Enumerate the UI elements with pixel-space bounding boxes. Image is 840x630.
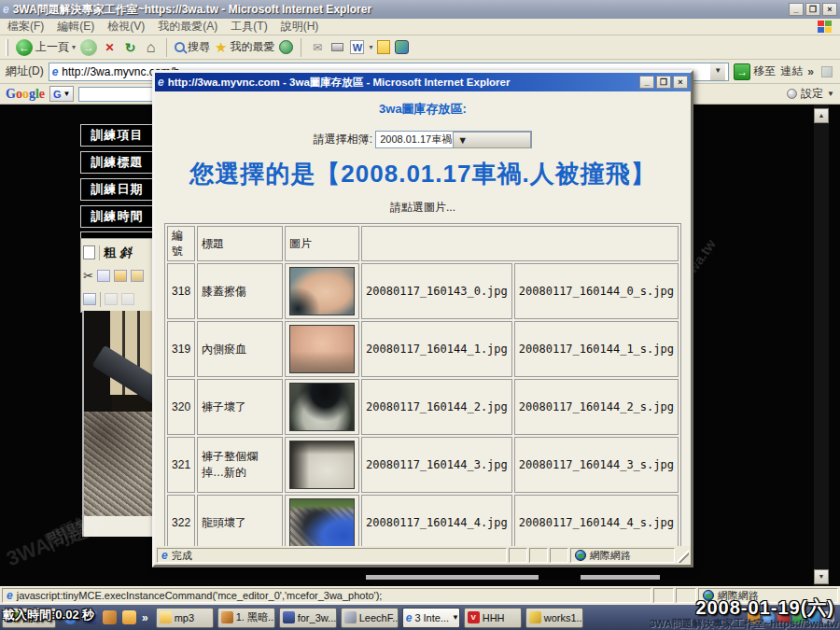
table-cell-icon[interactable] bbox=[121, 293, 134, 305]
snapshot-icon[interactable] bbox=[819, 63, 834, 79]
links-label[interactable]: 連結 bbox=[780, 63, 803, 79]
task-button-ie-group[interactable]: e 3 Inte... ▼ bbox=[402, 608, 460, 628]
cut-icon[interactable]: ✂ bbox=[83, 269, 93, 283]
thumbnail-image[interactable] bbox=[289, 267, 355, 315]
table-edit-icon[interactable] bbox=[83, 293, 96, 305]
favorites-button[interactable]: ★ 我的最愛 bbox=[215, 39, 274, 56]
history-icon[interactable] bbox=[279, 40, 293, 54]
italic-button[interactable]: 斜 bbox=[119, 245, 132, 261]
album-dropdown-icon[interactable]: ▼ bbox=[453, 132, 531, 148]
ie-task-icon: e bbox=[406, 611, 413, 624]
quicklaunch-chevron-icon[interactable]: » bbox=[142, 611, 148, 624]
menu-favorites[interactable]: 我的最愛(A) bbox=[158, 19, 217, 35]
task-group-dropdown-icon: ▼ bbox=[452, 613, 459, 622]
task-button-mp3[interactable]: mp3 bbox=[156, 608, 214, 628]
thumbnail-image[interactable] bbox=[289, 325, 355, 373]
photo-filename-small[interactable]: 20080117_160144_4_s.jpg bbox=[514, 495, 679, 546]
back-dropdown-icon[interactable]: ▾ bbox=[72, 43, 76, 51]
go-button[interactable]: → 移至 bbox=[734, 63, 776, 80]
photo-title: 褲子整個爛掉…新的 bbox=[197, 437, 283, 493]
print-button[interactable] bbox=[329, 39, 345, 55]
toolbar-separator bbox=[166, 38, 167, 57]
mail-button[interactable]: ✉ bbox=[309, 39, 325, 55]
address-label: 網址(D) bbox=[6, 63, 44, 79]
copy-icon[interactable] bbox=[97, 270, 110, 282]
photo-filename[interactable]: 20080117_160144_3.jpg bbox=[361, 437, 512, 493]
refresh-button[interactable]: ↻ bbox=[122, 39, 138, 55]
popup-title-bar[interactable]: e http://3wa.myvnc.com - 3wa圖庫存放區 - Micr… bbox=[155, 73, 691, 91]
album-selected-value: 2008.01.17車禍.人被撞飛 bbox=[376, 133, 453, 147]
menu-tools[interactable]: 工具(T) bbox=[231, 19, 267, 35]
menu-help[interactable]: 說明(H) bbox=[281, 19, 319, 35]
photo-filename-small[interactable]: 20080117_160144_0_s.jpg bbox=[514, 263, 679, 319]
google-logo: Google bbox=[6, 87, 45, 102]
messenger-icon[interactable] bbox=[395, 40, 409, 54]
close-button[interactable]: × bbox=[822, 3, 837, 16]
task-button-for3w[interactable]: for_3w... bbox=[279, 608, 337, 628]
toolbar-grip[interactable] bbox=[6, 39, 8, 56]
task-button-dark[interactable]: 1. 黑暗... bbox=[217, 608, 275, 628]
photo-filename-small[interactable]: 20080117_160144_1_s.jpg bbox=[514, 321, 679, 377]
menu-edit[interactable]: 編輯(E) bbox=[57, 19, 94, 35]
sidebar-item-training-time[interactable]: 訓練時間 bbox=[80, 205, 154, 228]
scroll-up-icon[interactable]: ▲ bbox=[814, 108, 829, 123]
scroll-down-icon[interactable]: ▼ bbox=[814, 569, 829, 584]
back-button[interactable]: ← 上一頁 ▾ bbox=[16, 39, 76, 56]
edit-dropdown-icon[interactable]: ▾ bbox=[369, 43, 372, 51]
word-edit-button[interactable]: W bbox=[350, 40, 364, 54]
click-image-hint: 請點選圖片... bbox=[155, 200, 691, 216]
popup-minimize-button[interactable]: _ bbox=[639, 76, 654, 89]
menu-file[interactable]: 檔案(F) bbox=[7, 19, 44, 35]
photo-filename[interactable]: 20080117_160143_0.jpg bbox=[361, 263, 512, 319]
restore-button[interactable]: ❐ bbox=[805, 3, 820, 16]
photo-filename[interactable]: 20080117_160144_1.jpg bbox=[361, 321, 512, 377]
settings-label: 設定 bbox=[801, 86, 823, 102]
cube-icon bbox=[344, 611, 357, 623]
thumbnail-image[interactable] bbox=[289, 383, 355, 431]
popup-restore-button[interactable]: ❐ bbox=[656, 76, 671, 89]
quicklaunch-brush-icon[interactable] bbox=[103, 610, 117, 624]
popup-status-bar: e 完成 網際網路 bbox=[155, 546, 691, 565]
thumbnail-image[interactable] bbox=[289, 441, 355, 489]
paste-icon[interactable] bbox=[114, 270, 127, 282]
table-row-icon[interactable] bbox=[105, 293, 118, 305]
task-button-works1[interactable]: works1... bbox=[525, 608, 583, 628]
search-button[interactable]: 搜尋 bbox=[175, 39, 210, 55]
col-header-id: 編號 bbox=[167, 226, 195, 261]
thumbnail-image[interactable] bbox=[289, 498, 355, 546]
background-divider bbox=[581, 575, 660, 580]
google-g-button[interactable]: G ▼ bbox=[49, 86, 74, 102]
stop-button[interactable]: ✕ bbox=[102, 39, 118, 55]
minimize-button[interactable]: _ bbox=[789, 3, 804, 16]
status-page-icon: e bbox=[7, 589, 13, 602]
sidebar-item-training-item[interactable]: 訓練項目 bbox=[80, 124, 154, 147]
address-dropdown-icon[interactable]: ▼ bbox=[710, 63, 725, 80]
bold-button[interactable]: 粗 bbox=[104, 245, 116, 261]
popup-status-pane bbox=[550, 548, 568, 563]
menu-view[interactable]: 檢視(V) bbox=[107, 19, 145, 35]
notes-icon[interactable] bbox=[377, 40, 390, 54]
favorites-label: 我的最愛 bbox=[230, 39, 274, 55]
album-select[interactable]: 2008.01.17車禍.人被撞飛 ▼ bbox=[375, 131, 532, 148]
photo-filename[interactable]: 20080117_160144_2.jpg bbox=[361, 379, 512, 435]
main-window-title: 3WA問題解決專家工作室~https://3wa.tw - Microsoft … bbox=[13, 2, 787, 18]
photo-filename[interactable]: 20080117_160144_4.jpg bbox=[361, 495, 512, 546]
photo-filename-small[interactable]: 20080117_160144_2_s.jpg bbox=[514, 379, 679, 435]
photo-filename-small[interactable]: 20080117_160144_3_s.jpg bbox=[514, 437, 679, 493]
desktop-screen: e 3WA問題解決專家工作室~https://3wa.tw - Microsof… bbox=[0, 0, 840, 630]
forward-button[interactable]: → bbox=[80, 39, 97, 56]
task-button-hhh[interactable]: V HHH bbox=[464, 608, 522, 628]
paste-word-icon[interactable] bbox=[131, 270, 144, 282]
popup-close-button[interactable]: × bbox=[673, 76, 688, 89]
vertical-scrollbar[interactable]: ▲ ▼ bbox=[814, 105, 829, 586]
quicklaunch-clock-icon[interactable] bbox=[122, 610, 136, 624]
task-button-leech[interactable]: LeechF... bbox=[341, 608, 399, 628]
go-label: 移至 bbox=[753, 63, 776, 79]
home-button[interactable]: ⌂ bbox=[143, 39, 159, 55]
sidebar-item-training-title[interactable]: 訓練標題 bbox=[80, 151, 154, 174]
google-settings-button[interactable]: 設定 ▼ bbox=[787, 86, 834, 102]
resize-grip[interactable] bbox=[677, 548, 689, 563]
new-document-icon[interactable] bbox=[83, 245, 95, 259]
sidebar-item-training-date[interactable]: 訓練日期 bbox=[80, 178, 154, 201]
links-chevron-icon[interactable]: » bbox=[807, 65, 814, 78]
